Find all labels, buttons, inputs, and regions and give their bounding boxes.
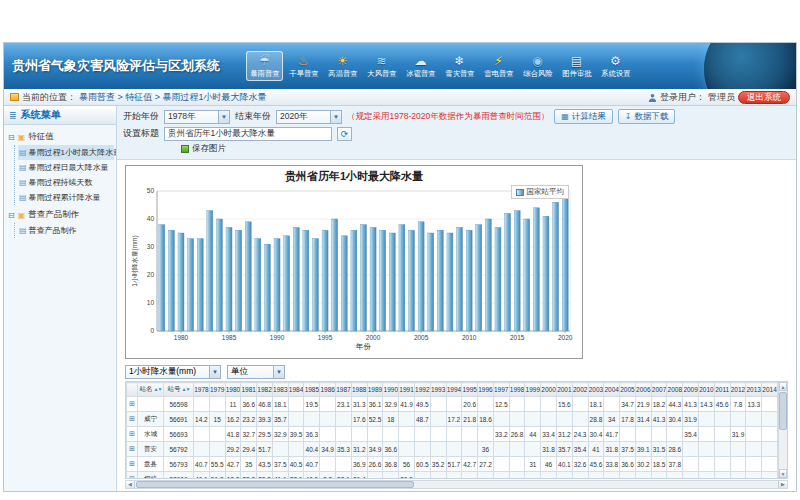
column-header[interactable]: 1992: [414, 383, 430, 397]
table-header-row: 站名▲▼站号▲▼19781979198019811982198319841985…: [127, 383, 778, 397]
sort-arrows-icon[interactable]: ▲▼: [182, 386, 190, 392]
table-cell: [699, 412, 715, 427]
unit-select[interactable]: 单位 ▼: [227, 365, 285, 379]
nav-item-lightning[interactable]: ⚡雷电普查: [480, 51, 517, 81]
column-header[interactable]: 1979: [209, 383, 225, 397]
column-header[interactable]: 1989: [367, 383, 383, 397]
column-header[interactable]: 1987: [336, 383, 352, 397]
start-year-select[interactable]: 1978年 ▼: [164, 110, 230, 124]
table-cell: 29.4: [351, 472, 367, 480]
column-header[interactable]: 1999: [525, 383, 541, 397]
column-header[interactable]: 1982: [257, 383, 273, 397]
column-header[interactable]: 2004: [604, 383, 620, 397]
toolbar-row-2: 设置标题 ⟳: [123, 125, 790, 142]
nav-item-settings[interactable]: ⚙系统设置: [597, 51, 634, 81]
row-expand-icon[interactable]: ⊞: [129, 415, 135, 422]
nav-item-hail[interactable]: ☁冰雹普查: [402, 51, 439, 81]
scroll-down-icon[interactable]: ▼: [779, 469, 787, 478]
column-header[interactable]: 2001: [556, 383, 572, 397]
horizontal-scrollbar[interactable]: ◀ ▶: [125, 480, 788, 489]
column-header[interactable]: 1985: [304, 383, 320, 397]
nav-item-rainstorm[interactable]: ☔暴雨普查: [246, 51, 283, 81]
column-header[interactable]: 1981: [241, 383, 257, 397]
scroll-up-icon[interactable]: ▲: [779, 382, 787, 391]
sidebar-item[interactable]: ▤暴雨过程持续天数: [18, 175, 114, 190]
column-header[interactable]: 2013: [746, 383, 762, 397]
folder-icon: [10, 93, 19, 101]
column-header[interactable]: 2014: [762, 383, 778, 397]
logout-button[interactable]: 退出系统: [738, 91, 790, 104]
vertical-scroll-thumb[interactable]: [779, 392, 787, 430]
vertical-scrollbar[interactable]: ▲ ▼: [778, 382, 787, 478]
column-header[interactable]: 2002: [572, 383, 588, 397]
row-expand-icon[interactable]: ⊞: [129, 400, 135, 407]
column-header[interactable]: 1990: [383, 383, 399, 397]
column-header[interactable]: 2008: [667, 383, 683, 397]
data-download-button[interactable]: ↧ 数据下载: [618, 109, 676, 124]
column-header[interactable]: 1993: [430, 383, 446, 397]
table-row: ⊞水城5669341.832.729.532.939.536.333.226.8…: [127, 427, 778, 442]
sidebar-item[interactable]: ▤暴雨过程1小时最大降水量: [18, 145, 114, 160]
column-header[interactable]: 2006: [635, 383, 651, 397]
table-cell: [399, 412, 415, 427]
chart-title-input[interactable]: [164, 127, 332, 141]
table-cell: 34.9: [320, 442, 336, 457]
row-expand-icon[interactable]: ⊞: [129, 475, 135, 479]
column-header[interactable]: 1986: [320, 383, 336, 397]
sidebar-group[interactable]: ⊟▣特征值: [6, 129, 114, 145]
column-header[interactable]: 2010: [699, 383, 715, 397]
column-header[interactable]: 1991: [399, 383, 415, 397]
table-cell: [446, 427, 462, 442]
table-row: ⊞565981136.646.818.119.523.131.336.132.9…: [127, 397, 778, 412]
scroll-right-icon[interactable]: ▶: [778, 481, 787, 488]
sidebar-item[interactable]: ▤暴雨过程累计降水量: [18, 190, 114, 205]
column-header[interactable]: 1994: [446, 383, 462, 397]
calculate-button[interactable]: ▦ 计算结果: [554, 109, 613, 124]
column-header[interactable]: 1995: [462, 383, 478, 397]
scroll-left-icon[interactable]: ◀: [126, 481, 135, 488]
column-header[interactable]: 1984: [288, 383, 304, 397]
table-cell: [462, 427, 478, 442]
nav-item-wind[interactable]: ≋大风普查: [363, 51, 400, 81]
column-header[interactable]: 站名▲▼: [138, 383, 164, 397]
column-header[interactable]: 2012: [730, 383, 746, 397]
row-expand-icon[interactable]: ⊞: [129, 430, 135, 437]
column-header[interactable]: 1996: [478, 383, 494, 397]
sidebar-item[interactable]: ▤普查产品制作: [18, 223, 114, 238]
column-header[interactable]: 站号▲▼: [164, 383, 194, 397]
save-image-button[interactable]: 保存图片: [181, 143, 226, 155]
table-cell: 41.7: [604, 427, 620, 442]
nav-item-snow[interactable]: ❄雪灾普查: [441, 51, 478, 81]
collapse-icon[interactable]: ⊟: [8, 211, 15, 220]
column-header[interactable]: 2009: [683, 383, 699, 397]
column-header[interactable]: 2005: [620, 383, 636, 397]
column-header[interactable]: 1980: [225, 383, 241, 397]
row-expand-icon[interactable]: ⊞: [129, 445, 135, 452]
sort-arrows-icon[interactable]: ▲▼: [154, 386, 162, 392]
sidebar-group[interactable]: ⊟▣普查产品制作: [6, 207, 114, 223]
nav-item-comprehensive-risk[interactable]: ◉综合风险: [519, 51, 556, 81]
expander-cell: ⊞: [127, 412, 138, 427]
column-header[interactable]: 2000: [541, 383, 557, 397]
column-header[interactable]: 1997: [493, 383, 509, 397]
column-header[interactable]: 2003: [588, 383, 604, 397]
metric-select[interactable]: 1小时降水量(mm) ▼: [125, 365, 221, 379]
column-header[interactable]: 1988: [351, 383, 367, 397]
column-header[interactable]: 1978: [194, 383, 210, 397]
horizontal-scroll-thumb[interactable]: [136, 481, 414, 488]
nav-item-map-approval[interactable]: ▤图件审批: [558, 51, 595, 81]
table-cell: 23.1: [336, 397, 352, 412]
column-header[interactable]: 1998: [509, 383, 525, 397]
column-header[interactable]: 2007: [651, 383, 667, 397]
table-cell: [288, 442, 304, 457]
column-header[interactable]: 1983: [272, 383, 288, 397]
nav-item-drought[interactable]: ♨干旱普查: [285, 51, 322, 81]
refresh-chart-icon[interactable]: ⟳: [337, 127, 352, 141]
sidebar-item[interactable]: ▤暴雨过程日最大降水量: [18, 160, 114, 175]
column-header[interactable]: 2011: [714, 383, 730, 397]
nav-item-label: 暴雨普查: [250, 68, 279, 78]
collapse-icon[interactable]: ⊟: [8, 133, 15, 142]
end-year-select[interactable]: 2020年 ▼: [276, 110, 342, 124]
nav-item-high-temperature[interactable]: ☀高温普查: [324, 51, 361, 81]
row-expand-icon[interactable]: ⊞: [129, 460, 135, 467]
